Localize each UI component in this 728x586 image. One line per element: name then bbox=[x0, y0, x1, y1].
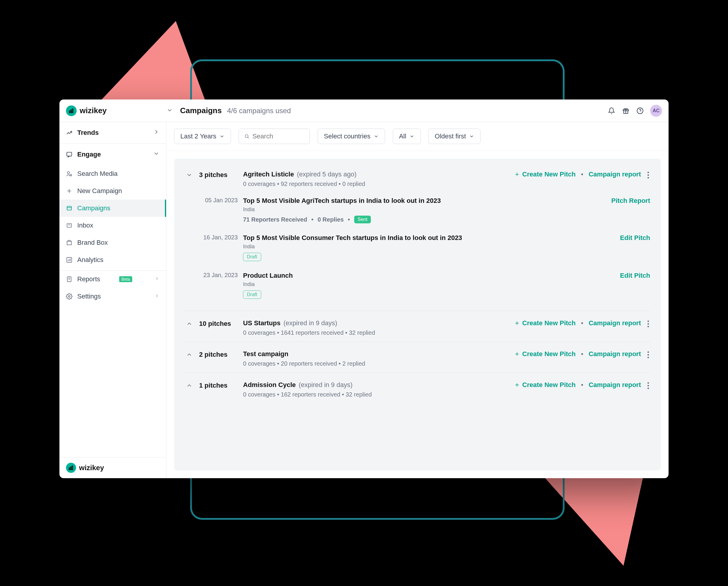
filter-kind[interactable]: All bbox=[393, 129, 421, 144]
page-title: Campaigns bbox=[180, 106, 222, 115]
divider bbox=[185, 311, 650, 311]
status-badge-sent: Sent bbox=[354, 216, 371, 223]
pitch-count: 1 pitches bbox=[199, 381, 238, 398]
chevron-down-icon bbox=[409, 134, 415, 139]
sidebar-item-inbox[interactable]: Inbox bbox=[59, 217, 166, 234]
svg-rect-15 bbox=[67, 224, 72, 228]
svg-rect-2 bbox=[72, 109, 73, 112]
campaign-meta: 0 coverages • 1641 reporters received • … bbox=[243, 329, 509, 336]
campaign-report-link[interactable]: Campaign report bbox=[589, 381, 641, 389]
separator-dot: • bbox=[311, 216, 313, 223]
sidebar-footer: wizikey bbox=[59, 457, 166, 478]
pitch-item: 23 Jan, 2023 Product Launch India Draft … bbox=[185, 266, 650, 304]
kebab-menu[interactable] bbox=[646, 381, 650, 390]
svg-rect-8 bbox=[67, 152, 72, 156]
search-icon bbox=[244, 133, 249, 139]
sidebar-group-trends[interactable]: Trends bbox=[59, 122, 166, 144]
chevron-down-icon bbox=[373, 134, 379, 139]
brand-name-footer: wizikey bbox=[79, 463, 104, 472]
campaign-report-link[interactable]: Campaign report bbox=[589, 350, 641, 358]
avatar[interactable]: AC bbox=[650, 105, 662, 117]
brand-logo-icon bbox=[66, 105, 77, 116]
help-icon[interactable] bbox=[634, 105, 646, 117]
sidebar-item-analytics[interactable]: Analytics bbox=[59, 251, 166, 271]
sidebar-item-label: Analytics bbox=[77, 256, 103, 264]
status-badge-draft: Draft bbox=[243, 253, 261, 261]
kebab-menu[interactable] bbox=[646, 319, 650, 328]
sidebar: Trends Engage Search Media bbox=[59, 122, 166, 478]
create-new-pitch-link[interactable]: Create New Pitch bbox=[514, 350, 576, 358]
brand-switcher-chevron[interactable] bbox=[166, 107, 173, 115]
chevron-down-icon bbox=[153, 150, 160, 159]
sidebar-item-reports[interactable]: Reports Beta bbox=[59, 271, 166, 288]
divider bbox=[185, 372, 650, 373]
pitch-title: Top 5 Most Visible Consumer Tech startup… bbox=[243, 234, 615, 242]
chevron-right-icon bbox=[154, 275, 160, 283]
campaign-report-link[interactable]: Campaign report bbox=[589, 319, 641, 327]
expand-button[interactable] bbox=[185, 381, 194, 398]
pitch-replies: 0 Replies bbox=[318, 216, 344, 223]
create-new-pitch-link[interactable]: Create New Pitch bbox=[514, 381, 576, 389]
sidebar-group-engage[interactable]: Engage bbox=[59, 144, 166, 165]
brand-name: wizikey bbox=[80, 106, 107, 115]
sidebar-item-label: Search Media bbox=[77, 170, 118, 178]
bell-icon[interactable] bbox=[605, 105, 618, 117]
kebab-menu[interactable] bbox=[646, 350, 650, 359]
campaign-row: 1 pitches Admission Cycle (expired in 9 … bbox=[174, 375, 661, 401]
campaign-meta: 0 coverages • 162 reporters received • 3… bbox=[243, 391, 509, 398]
search-field[interactable] bbox=[252, 132, 304, 140]
reports-icon bbox=[66, 276, 73, 283]
analytics-icon bbox=[66, 257, 73, 263]
campaign-title: Agritech Listicle bbox=[243, 170, 294, 178]
gear-icon bbox=[66, 293, 73, 300]
pitch-title: Product Launch bbox=[243, 272, 615, 279]
pitch-item: 16 Jan, 2023 Top 5 Most Visible Consumer… bbox=[185, 229, 650, 266]
pitch-count: 2 pitches bbox=[199, 350, 238, 367]
create-new-pitch-label: Create New Pitch bbox=[522, 350, 576, 358]
campaign-report-link[interactable]: Campaign report bbox=[589, 170, 641, 178]
filter-date-range[interactable]: Last 2 Years bbox=[174, 129, 231, 144]
separator-dot: • bbox=[348, 216, 350, 223]
expand-button[interactable] bbox=[185, 319, 194, 336]
sidebar-item-label: Settings bbox=[77, 293, 101, 300]
svg-point-29 bbox=[245, 135, 248, 137]
pitch-date: 23 Jan, 2023 bbox=[199, 272, 238, 299]
sidebar-item-new-campaign[interactable]: New Campaign bbox=[59, 182, 166, 199]
sidebar-group-engage-label: Engage bbox=[77, 151, 101, 158]
collapse-button[interactable] bbox=[185, 170, 194, 187]
page-subtitle: 4/6 campaigns used bbox=[227, 107, 291, 115]
sidebar-item-campaigns[interactable]: Campaigns bbox=[59, 199, 166, 217]
edit-pitch-link[interactable]: Edit Pitch bbox=[620, 234, 650, 242]
search-input[interactable] bbox=[239, 129, 310, 144]
create-new-pitch-link[interactable]: Create New Pitch bbox=[514, 170, 576, 178]
create-new-pitch-link[interactable]: Create New Pitch bbox=[514, 319, 576, 327]
svg-point-25 bbox=[68, 295, 70, 297]
campaign-meta: 0 coverages • 92 reporters received • 0 … bbox=[243, 181, 509, 187]
sidebar-item-search-media[interactable]: Search Media bbox=[59, 165, 166, 182]
sidebar-item-brand-box[interactable]: Brand Box bbox=[59, 234, 166, 251]
expand-button[interactable] bbox=[185, 350, 194, 367]
create-new-pitch-label: Create New Pitch bbox=[522, 319, 576, 327]
plus-icon bbox=[514, 171, 520, 177]
pitch-date: 05 Jan 2023 bbox=[199, 197, 238, 223]
pitch-report-link[interactable]: Pitch Report bbox=[611, 197, 650, 205]
chat-icon bbox=[66, 151, 73, 158]
user-search-icon bbox=[66, 170, 73, 177]
status-badge-draft: Draft bbox=[243, 291, 261, 299]
filter-countries-label: Select countries bbox=[324, 132, 370, 140]
svg-point-6 bbox=[637, 108, 643, 114]
sidebar-item-label: Brand Box bbox=[77, 239, 108, 246]
campaign-row: 3 pitches Agritech Listicle (expired 5 d… bbox=[174, 164, 661, 190]
pitch-reporters: 71 Reporters Received bbox=[243, 216, 307, 223]
plus-icon bbox=[514, 320, 520, 326]
pitch-date: 16 Jan, 2023 bbox=[199, 234, 238, 261]
filter-sort[interactable]: Oldest first bbox=[428, 129, 480, 144]
svg-rect-26 bbox=[69, 468, 70, 470]
gift-icon[interactable] bbox=[620, 105, 632, 117]
box-icon bbox=[66, 239, 73, 246]
campaign-title: Test campaign bbox=[243, 350, 288, 358]
filter-countries[interactable]: Select countries bbox=[318, 129, 385, 144]
edit-pitch-link[interactable]: Edit Pitch bbox=[620, 272, 650, 279]
kebab-menu[interactable] bbox=[646, 170, 650, 180]
sidebar-item-settings[interactable]: Settings bbox=[59, 288, 166, 305]
